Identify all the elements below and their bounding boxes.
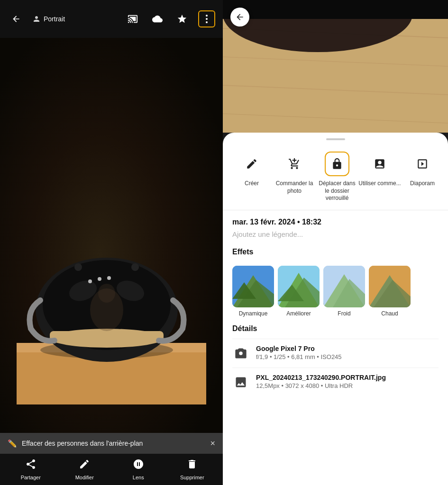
effect-warm[interactable]: Chaud — [369, 266, 411, 317]
svg-point-18 — [98, 284, 115, 303]
camera-detail-text: Google Pixel 7 Pro f/1,9 • 1/25 • 6,81 m… — [256, 345, 342, 360]
camera-sub: f/1,9 • 1/25 • 6,81 mm • ISO245 — [256, 353, 342, 360]
photo-date: mar. 13 févr. 2024 • 18:32 — [232, 218, 439, 226]
action-move-locked[interactable]: Déplacer dans le dossier verrouillé — [316, 152, 358, 202]
share-button[interactable]: Partager — [17, 458, 45, 480]
svg-rect-37 — [323, 266, 365, 307]
svg-point-0 — [206, 15, 208, 17]
photo-background — [0, 38, 223, 433]
svg-point-10 — [88, 279, 92, 283]
move-locked-label: Déplacer dans le dossier verrouillé — [316, 180, 358, 202]
file-sub: 12,5Mpx • 3072 x 4080 • Ultra HDR — [256, 382, 386, 389]
drag-indicator — [326, 138, 345, 140]
image-file-icon — [232, 374, 249, 391]
effect-warm-label: Chaud — [381, 310, 398, 317]
action-create[interactable]: Créer — [230, 152, 273, 188]
right-bottom-sheet[interactable]: Créer Commander la photo Déplacer — [223, 133, 448, 485]
svg-rect-14 — [50, 331, 164, 341]
edit-button[interactable]: Modifier — [70, 458, 99, 480]
bottom-bar: ✏️ Effacer des personnes dans l'arrière-… — [0, 433, 223, 485]
svg-rect-41 — [369, 266, 411, 307]
create-icon-wrap — [239, 152, 264, 176]
lens-label: Lens — [133, 475, 144, 480]
slideshow-icon-wrap — [410, 152, 435, 176]
order-icon-wrap — [282, 152, 307, 176]
bottom-actions: Partager Modifier Lens — [0, 454, 223, 485]
use-as-label: Utiliser comme... — [358, 180, 401, 188]
edit-icon — [79, 458, 90, 473]
camera-title: Google Pixel 7 Pro — [256, 345, 342, 352]
effect-improve[interactable]: Améliorer — [278, 266, 320, 317]
right-top-photo — [223, 0, 448, 133]
delete-button[interactable]: Supprimer — [178, 458, 206, 480]
action-use-as[interactable]: Utiliser comme... — [358, 152, 401, 188]
more-options-button[interactable] — [198, 10, 215, 27]
action-slideshow[interactable]: Diaporam — [401, 152, 444, 188]
lens-icon — [133, 458, 144, 473]
right-back-button[interactable] — [230, 8, 249, 27]
cloud-button[interactable] — [149, 10, 166, 27]
effect-dynamic[interactable]: Dynamique — [232, 266, 274, 317]
svg-point-11 — [98, 277, 101, 281]
effect-cold-label: Froid — [338, 310, 350, 317]
erase-banner-text: Effacer des personnes dans l'arrière-pla… — [22, 440, 143, 447]
file-detail-text: PXL_20240213_173240290.PORTRAIT.jpg 12,5… — [256, 374, 386, 389]
photo-display — [0, 38, 223, 433]
portrait-label: Portrait — [32, 15, 65, 23]
order-label: Commander la photo — [273, 180, 316, 195]
erase-icon: ✏️ — [8, 439, 17, 448]
erase-close-button[interactable]: × — [210, 439, 215, 449]
left-header: Portrait — [0, 0, 223, 38]
cast-button[interactable] — [124, 10, 141, 27]
info-section: mar. 13 févr. 2024 • 18:32 Ajoutez une l… — [223, 210, 448, 266]
detail-file: PXL_20240213_173240290.PORTRAIT.jpg 12,5… — [232, 368, 439, 396]
effect-improve-label: Améliorer — [286, 310, 311, 317]
right-panel: Créer Commander la photo Déplacer — [223, 0, 448, 485]
action-order[interactable]: Commander la photo — [273, 152, 316, 195]
svg-point-16 — [131, 263, 139, 271]
svg-point-2 — [206, 21, 208, 23]
back-button[interactable] — [8, 10, 25, 27]
favorite-button[interactable] — [174, 10, 191, 27]
svg-point-12 — [107, 276, 111, 280]
edit-label: Modifier — [75, 475, 94, 480]
effect-dynamic-label: Dynamique — [239, 310, 268, 317]
effect-cold-thumb — [323, 266, 365, 307]
erase-banner: ✏️ Effacer des personnes dans l'arrière-… — [0, 433, 223, 454]
camera-icon — [232, 345, 249, 362]
move-locked-icon-wrap — [325, 152, 349, 176]
create-label: Créer — [245, 180, 259, 188]
left-panel: Portrait — [0, 0, 223, 485]
action-row: Créer Commander la photo Déplacer — [223, 148, 448, 210]
svg-point-15 — [74, 263, 82, 271]
effect-dynamic-thumb — [232, 266, 274, 307]
delete-icon — [186, 458, 198, 473]
share-label: Partager — [21, 475, 41, 480]
share-icon — [25, 458, 37, 473]
svg-rect-25 — [223, 0, 448, 19]
effects-title: Effets — [232, 248, 439, 256]
details-section: Détails Google Pixel 7 Pro f/1,9 • 1/25 … — [223, 324, 448, 404]
lens-button[interactable]: Lens — [124, 458, 153, 480]
effect-cold[interactable]: Froid — [323, 266, 365, 317]
effects-row: Dynamique Améliorer — [223, 266, 448, 324]
effect-warm-thumb — [369, 266, 411, 307]
caption-field[interactable]: Ajoutez une légende... — [232, 230, 439, 238]
effect-improve-thumb — [278, 266, 320, 307]
use-as-icon-wrap — [367, 152, 392, 176]
delete-label: Supprimer — [180, 475, 204, 480]
slideshow-label: Diaporam — [410, 180, 435, 188]
details-title: Détails — [232, 324, 439, 333]
svg-point-1 — [206, 18, 208, 20]
detail-camera: Google Pixel 7 Pro f/1,9 • 1/25 • 6,81 m… — [232, 339, 439, 368]
file-title: PXL_20240213_173240290.PORTRAIT.jpg — [256, 374, 386, 381]
